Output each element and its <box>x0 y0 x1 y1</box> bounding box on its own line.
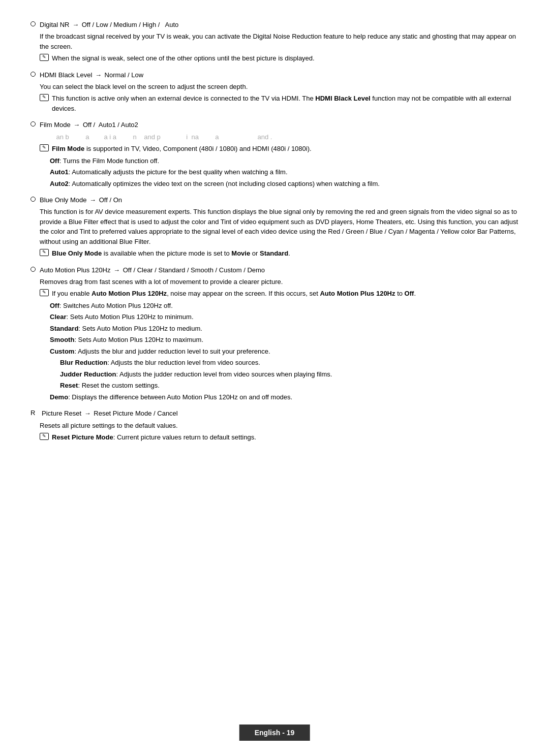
section-digital-nr: Digital NR → Off / Low / Medium / High /… <box>30 20 518 64</box>
amp-smooth: Smooth: Sets Auto Motion Plus 120Hz to m… <box>50 335 518 345</box>
section-title-hdmi: HDMI Black Level → Normal / Low <box>40 71 143 80</box>
section-title-auto-motion: Auto Motion Plus 120Hz → Off / Clear / S… <box>40 266 265 275</box>
section-auto-motion-plus: Auto Motion Plus 120Hz → Off / Clear / S… <box>30 266 518 402</box>
section-body-auto-motion: Removes drag from fast scenes with a lot… <box>40 277 518 402</box>
blue-only-note-text: Blue Only Mode is available when the pic… <box>52 248 518 259</box>
picture-reset-note: Reset Picture Mode: Current picture valu… <box>40 432 518 443</box>
note-icon <box>40 249 49 256</box>
film-mode-auto2: Auto2: Automatically optimizes the video… <box>50 179 518 189</box>
note-icon <box>40 54 49 61</box>
amp-blur-reduction: Blur Reduction: Adjusts the blur reducti… <box>60 358 518 368</box>
bullet-circle-icon <box>30 267 36 272</box>
bullet-circle-icon <box>30 197 36 202</box>
note-icon <box>40 94 49 101</box>
amp-clear: Clear: Sets Auto Motion Plus 120Hz to mi… <box>50 312 518 322</box>
section-header-blue-only: Blue Only Mode → Off / On <box>30 196 518 205</box>
hdmi-description: You can select the black level on the sc… <box>40 82 518 92</box>
section-header: Digital NR → Off / Low / Medium / High /… <box>30 20 518 29</box>
picture-reset-description: Resets all picture settings to the defau… <box>40 421 518 431</box>
auto-motion-description: Removes drag from fast scenes with a lot… <box>40 277 518 287</box>
note-icon <box>40 144 49 151</box>
digital-nr-description: If the broadcast signal received by your… <box>40 32 518 51</box>
section-film-mode: Film Mode → Off / Auto1 / Auto2 an b a a… <box>30 120 518 188</box>
section-header-hdmi: HDMI Black Level → Normal / Low <box>30 71 518 80</box>
bullet-circle-icon <box>30 121 36 127</box>
section-picture-reset: R Picture Reset → Reset Picture Mode / C… <box>30 409 518 442</box>
section-body-film: an b a a i a n and p i na a and . Film M… <box>40 132 518 189</box>
digital-nr-note: When the signal is weak, select one of t… <box>40 53 518 64</box>
auto-motion-note-text: If you enable Auto Motion Plus 120Hz, no… <box>52 289 518 299</box>
section-header-picture-reset: R Picture Reset → Reset Picture Mode / C… <box>30 409 518 418</box>
footer-label: English - 19 <box>255 729 295 737</box>
blue-only-description: This function is for AV device measureme… <box>40 207 518 246</box>
note-icon <box>40 289 49 296</box>
amp-custom: Custom: Adjusts the blur and judder redu… <box>50 346 518 357</box>
section-title-blue-only: Blue Only Mode → Off / On <box>40 196 122 205</box>
digital-nr-note-text: When the signal is weak, select one of t… <box>52 53 518 64</box>
section-header-film: Film Mode → Off / Auto1 / Auto2 <box>30 120 518 130</box>
amp-off: Off: Switches Auto Motion Plus 120Hz off… <box>50 301 518 311</box>
film-mode-note-text: Film Mode is supported in TV, Video, Com… <box>52 144 518 154</box>
bullet-r-icon: R <box>30 409 39 417</box>
hdmi-note-text: This function is active only when an ext… <box>52 93 518 113</box>
film-mode-note: Film Mode is supported in TV, Video, Com… <box>40 144 518 154</box>
section-hdmi-black-level: HDMI Black Level → Normal / Low You can … <box>30 71 518 114</box>
amp-reset: Reset: Reset the custom settings. <box>60 381 518 391</box>
section-body-blue-only: This function is for AV device measureme… <box>40 207 518 259</box>
section-body-picture-reset: Resets all picture settings to the defau… <box>40 421 518 443</box>
bullet-circle-icon <box>30 21 36 26</box>
film-mode-faded: an b a a i a n and p i na a and . <box>40 132 518 142</box>
blue-only-note: Blue Only Mode is available when the pic… <box>40 248 518 259</box>
section-body-hdmi: You can select the black level on the sc… <box>40 82 518 114</box>
picture-reset-note-text: Reset Picture Mode: Current picture valu… <box>52 432 518 443</box>
amp-judder-reduction: Judder Reduction: Adjusts the judder red… <box>60 369 518 380</box>
section-body-digital-nr: If the broadcast signal received by your… <box>40 32 518 64</box>
section-title-digital-nr: Digital NR → Off / Low / Medium / High /… <box>40 20 178 29</box>
section-title-film: Film Mode → Off / Auto1 / Auto2 <box>40 120 138 130</box>
page-footer: English - 19 <box>239 724 310 741</box>
section-blue-only-mode: Blue Only Mode → Off / On This function … <box>30 196 518 259</box>
section-header-auto-motion: Auto Motion Plus 120Hz → Off / Clear / S… <box>30 266 518 275</box>
auto-motion-note: If you enable Auto Motion Plus 120Hz, no… <box>40 289 518 299</box>
amp-demo: Demo: Displays the difference between Au… <box>50 392 518 402</box>
bullet-circle-icon <box>30 72 36 77</box>
amp-standard: Standard: Sets Auto Motion Plus 120Hz to… <box>50 324 518 334</box>
note-icon <box>40 433 49 440</box>
film-mode-auto1: Auto1: Automatically adjusts the picture… <box>50 167 518 177</box>
hdmi-note: This function is active only when an ext… <box>40 93 518 113</box>
section-title-picture-reset: Picture Reset → Reset Picture Mode / Can… <box>42 409 178 418</box>
film-mode-off: Off: Turns the Film Mode function off. <box>50 156 518 166</box>
page-content: Digital NR → Off / Low / Medium / High /… <box>30 20 518 443</box>
